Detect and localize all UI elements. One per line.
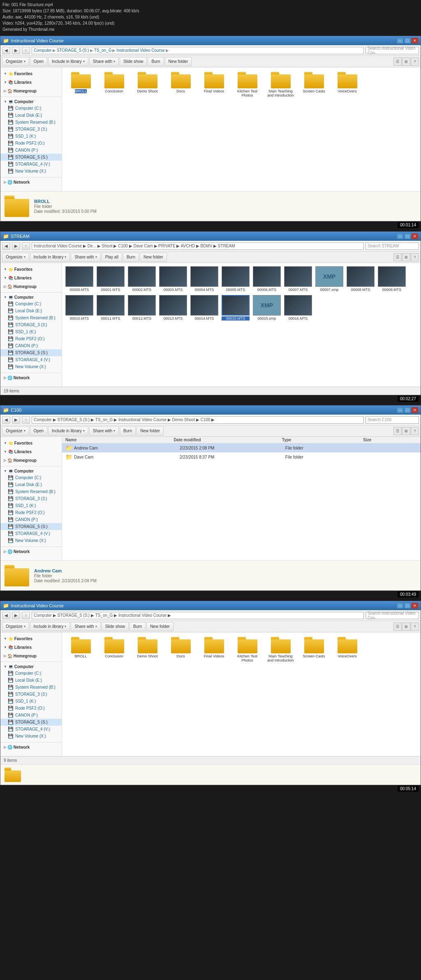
list-item[interactable]: 00008.MTS <box>347 266 375 292</box>
list-item[interactable]: 00012.MTS <box>128 295 156 321</box>
list-item[interactable]: 00003.MTS <box>159 266 187 292</box>
up-button-4[interactable]: ↑ <box>22 612 30 619</box>
view-list-1[interactable]: ☰ <box>393 58 402 66</box>
view-help-1[interactable]: ? <box>411 58 419 66</box>
search-box-1[interactable]: Search Instructional Video Cou... <box>365 47 419 54</box>
drive-system-3[interactable]: 💾System Reserved (B:) <box>0 488 62 495</box>
share-button-2[interactable]: Share with ▾ <box>71 253 100 262</box>
drive-rode-2[interactable]: 💾Rode PSF2 (O:) <box>0 335 62 342</box>
back-button-1[interactable]: ◀ <box>2 47 10 54</box>
share-button-3[interactable]: Share with ▾ <box>89 427 119 436</box>
view-grid-1[interactable]: ⊞ <box>402 58 410 66</box>
forward-button-4[interactable]: ▶ <box>12 612 20 619</box>
drive-storage3-4[interactable]: 💾STORAGE_3 (3:) <box>0 691 62 698</box>
list-item[interactable]: 00000.MTS <box>65 266 93 292</box>
drive-canon-3[interactable]: 💾CANON (P:) <box>0 516 62 523</box>
drive-new-volume-3[interactable]: 💾New Volume (X:) <box>0 537 62 544</box>
favorites-header-4[interactable]: ▼ ⭐ Favorites <box>0 636 62 642</box>
computer-header-2[interactable]: ▼ 💻 Computer <box>0 294 62 300</box>
homegroup-header-4[interactable]: ▷ 🏠 Homegroup <box>0 653 62 659</box>
maximize-button-1[interactable]: □ <box>404 38 411 44</box>
drive-c-2[interactable]: 💾Computer (C:) <box>0 300 62 307</box>
list-item[interactable]: Final Videos <box>199 636 229 664</box>
favorites-header-3[interactable]: ▼ ⭐ Favorites <box>0 440 62 446</box>
close-button-3[interactable]: ✕ <box>412 407 418 413</box>
drive-canon-4[interactable]: 💾CANON (P:) <box>0 712 62 719</box>
search-box-4[interactable]: Search Instructional Video Cou... <box>365 612 419 619</box>
slideshow-button-1[interactable]: Slide show <box>120 57 147 66</box>
list-item[interactable]: 00013.MTS <box>159 295 187 321</box>
up-button-1[interactable]: ↑ <box>22 47 30 54</box>
drive-storage5-4[interactable]: 💾STORAGE_5 (S:) <box>0 719 62 726</box>
list-item[interactable]: Docs <box>165 636 196 664</box>
minimize-button-3[interactable]: ─ <box>397 407 403 413</box>
search-box-2[interactable]: Search STREAM <box>365 242 419 250</box>
include-library-button-2[interactable]: Include in library ▾ <box>30 253 70 262</box>
close-button-2[interactable]: ✕ <box>412 233 418 239</box>
view-list-4[interactable]: ☰ <box>393 623 402 631</box>
network-header-4[interactable]: ▷ 🌐 Network <box>0 744 62 750</box>
burn-button-1[interactable]: Burn <box>148 57 164 66</box>
computer-header-3[interactable]: ▼ 💻 Computer <box>0 468 62 474</box>
list-item[interactable]: 00010.MTS <box>65 295 93 321</box>
drive-storage3-2[interactable]: 💾STORAGE_3 (3:) <box>0 321 62 328</box>
list-item[interactable]: Screen Casts <box>298 636 329 664</box>
minimize-button-4[interactable]: ─ <box>397 603 403 609</box>
list-item[interactable]: XMP 00007.xmp <box>315 266 343 292</box>
view-list-2[interactable]: ☰ <box>393 253 402 261</box>
maximize-button-2[interactable]: □ <box>404 233 411 239</box>
list-item[interactable]: Conclusion <box>99 71 130 99</box>
share-button-4[interactable]: Share with ▾ <box>71 622 100 631</box>
burn-button-2[interactable]: Burn <box>123 253 139 262</box>
favorites-header-2[interactable]: ▼ ⭐ Favorites <box>0 266 62 272</box>
close-button-4[interactable]: ✕ <box>412 603 418 609</box>
list-item[interactable]: Main Teaching and Introduction <box>265 636 296 664</box>
view-help-4[interactable]: ? <box>411 623 419 631</box>
homegroup-header-3[interactable]: ▷ 🏠 Homegroup <box>0 457 62 463</box>
libraries-header-2[interactable]: ▼ 📚 Libraries <box>0 275 62 281</box>
close-button-1[interactable]: ✕ <box>412 38 418 44</box>
drive-local-disk-3[interactable]: 💾Local Disk (E:) <box>0 481 62 488</box>
libraries-header-1[interactable]: ▼ 📚 Libraries <box>0 79 62 85</box>
slideshow-button-4[interactable]: Slide show <box>102 622 129 631</box>
list-item[interactable]: 📁 Andrew Cam 2/23/2015 2:08 PM File fold… <box>62 443 421 452</box>
drive-local-disk-2[interactable]: 💾Local Disk (E:) <box>0 307 62 314</box>
organize-button-2[interactable]: Organize ▾ <box>2 253 29 262</box>
drive-new-volume-1[interactable]: 💾New Volume (X:) <box>0 168 62 175</box>
drive-c-1[interactable]: 💾Computer (C:) <box>0 105 62 112</box>
view-grid-3[interactable]: ⊞ <box>402 427 410 435</box>
maximize-button-4[interactable]: □ <box>404 603 411 609</box>
new-folder-button-4[interactable]: New folder <box>146 622 173 631</box>
list-item[interactable]: VoiceOvers <box>332 71 363 99</box>
list-item[interactable]: 00016.MTS <box>284 295 312 321</box>
drive-stoarage4-4[interactable]: 💾STOARAGE_4 (V:) <box>0 726 62 733</box>
list-item[interactable]: 00007.MTS <box>284 266 312 292</box>
include-library-button-3[interactable]: Include in library ▾ <box>48 427 88 436</box>
network-header-1[interactable]: ▷ 🌐 Network <box>0 179 62 185</box>
libraries-header-3[interactable]: ▼ 📚 Libraries <box>0 449 62 455</box>
view-list-3[interactable]: ☰ <box>393 427 402 435</box>
drive-new-volume-4[interactable]: 💾New Volume (X:) <box>0 733 62 740</box>
up-button-2[interactable]: ↑ <box>22 242 30 250</box>
list-item[interactable]: Kitchen Test Photos <box>232 636 263 664</box>
drive-rode-3[interactable]: 💾Rode PSF2 (O:) <box>0 509 62 516</box>
forward-button-1[interactable]: ▶ <box>12 47 20 54</box>
list-item[interactable]: 00014.MTS <box>190 295 218 321</box>
address-path-4[interactable]: Computer ▶ STORAGE_5 (S:) ▶ TS_on_G ▶ In… <box>32 612 364 619</box>
back-button-3[interactable]: ◀ <box>2 416 10 424</box>
drive-ssd1-2[interactable]: 💾SSD_1 (K:) <box>0 328 62 335</box>
list-item[interactable]: BROLL <box>65 71 96 99</box>
list-item[interactable]: Main Teaching and Introduction <box>265 71 296 99</box>
list-item[interactable]: 00006.MTS <box>253 266 281 292</box>
list-item[interactable]: Final Videos <box>199 71 229 99</box>
drive-local-disk-1[interactable]: 💾Local Disk (E:) <box>0 112 62 119</box>
list-item[interactable]: VoiceOvers <box>332 636 363 664</box>
drive-ssd1-1[interactable]: 💾SSD_1 (K:) <box>0 133 62 140</box>
list-item[interactable]: Docs <box>165 71 196 99</box>
burn-button-3[interactable]: Burn <box>120 427 136 436</box>
view-grid-2[interactable]: ⊞ <box>402 253 410 261</box>
list-item[interactable]: 00009.MTS <box>378 266 406 292</box>
include-library-button-1[interactable]: Include in library ▾ <box>48 57 88 66</box>
view-help-2[interactable]: ? <box>411 253 419 261</box>
drive-storage3-3[interactable]: 💾STORAGE_3 (3:) <box>0 495 62 502</box>
